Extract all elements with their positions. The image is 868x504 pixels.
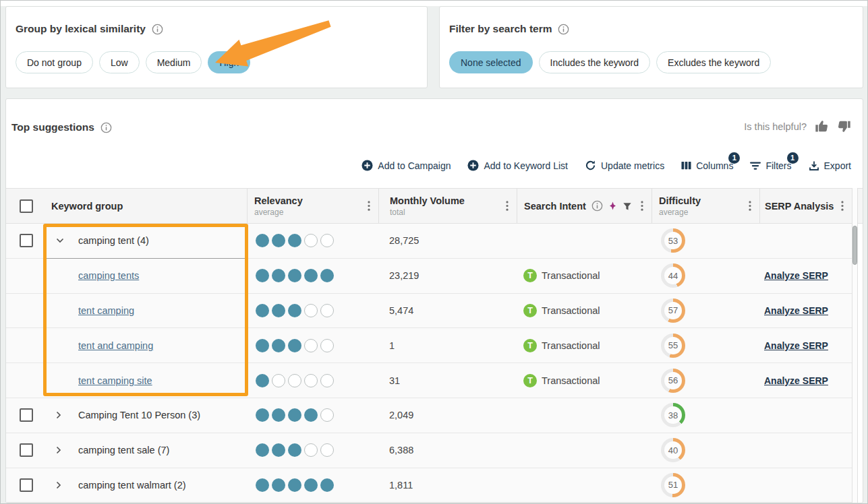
row-checkbox[interactable] xyxy=(20,234,33,247)
plus-circle-icon xyxy=(361,160,373,171)
group-option-pill[interactable]: Do not group xyxy=(16,51,93,73)
update-metrics-button[interactable]: Update metrics xyxy=(585,160,664,171)
intent-label: Transactional xyxy=(542,375,600,386)
column-sublabel: average xyxy=(659,208,701,217)
toolbar-label: Filters xyxy=(765,160,791,171)
header-cell-search-intent: Search Intent xyxy=(517,189,652,223)
group-option-pill[interactable]: Low xyxy=(99,51,140,73)
table-row: Camping Tent 10 Person (3)2,04938 xyxy=(6,398,852,433)
filter-option-pill[interactable]: None selected xyxy=(449,51,533,73)
chevron-right-icon[interactable] xyxy=(56,481,61,489)
kebab-menu-icon[interactable] xyxy=(368,201,370,211)
top-strip xyxy=(1,1,867,6)
scrollbar-thumb[interactable] xyxy=(852,226,857,265)
select-all-checkbox[interactable] xyxy=(20,199,33,213)
analyze-serp-link[interactable]: Analyze SERP xyxy=(764,270,828,281)
analyze-serp-link[interactable]: Analyze SERP xyxy=(764,340,828,351)
monthly-volume-value: 28,725 xyxy=(389,235,419,246)
intent-transactional-icon: T xyxy=(523,304,537,317)
chevron-right-icon[interactable] xyxy=(56,411,61,419)
group-option-pill[interactable]: Medium xyxy=(146,51,202,73)
difficulty-gauge: 40 xyxy=(661,438,685,462)
difficulty-gauge: 56 xyxy=(661,369,685,393)
table-row: tent camping site31TTransactional56Analy… xyxy=(6,363,852,398)
monthly-volume-value: 23,219 xyxy=(389,270,419,281)
relevancy-dots xyxy=(256,408,337,422)
table-row: camping tent sale (7)6,38840 xyxy=(6,433,852,468)
group-option-pill[interactable]: High xyxy=(208,51,250,73)
intent-label: Transactional xyxy=(542,305,600,316)
panel-title-row: Top suggestions xyxy=(11,121,112,133)
chevron-down-icon[interactable] xyxy=(56,238,64,243)
top-suggestions-panel: Top suggestions Is this helpful? Add to … xyxy=(5,98,863,503)
difficulty-gauge: 51 xyxy=(661,473,685,497)
columns-icon xyxy=(681,160,691,170)
monthly-volume-value: 5,474 xyxy=(389,305,413,316)
row-checkbox[interactable] xyxy=(20,478,33,492)
keyword-group-label: camping tent (4) xyxy=(78,235,149,246)
relevancy-dots xyxy=(256,374,337,387)
add-to-keyword-list-button[interactable]: Add to Keyword List xyxy=(467,160,568,171)
keyword-link[interactable]: tent camping xyxy=(78,305,134,316)
header-cell-serp-analysis: SERP Analysis xyxy=(759,189,852,223)
thumbs-down-icon[interactable] xyxy=(837,119,851,133)
table-row: camping tents23,219TTransactional44Analy… xyxy=(6,259,852,294)
row-checkbox[interactable] xyxy=(20,443,33,457)
toolbar-label: Columns xyxy=(696,160,733,171)
keyword-research-page: Group by lexical similarity Do not group… xyxy=(0,0,868,504)
difficulty-value: 51 xyxy=(664,476,682,494)
table-row: camping tent walmart (2)1,81151 xyxy=(6,468,852,503)
keyword-link[interactable]: tent camping site xyxy=(78,375,152,386)
column-label: SERP Analysis xyxy=(765,201,834,212)
refresh-icon xyxy=(585,160,596,171)
keyword-link[interactable]: camping tents xyxy=(78,270,139,281)
header-cell-checkbox xyxy=(6,189,45,223)
kebab-menu-icon[interactable] xyxy=(506,201,509,211)
info-icon[interactable] xyxy=(558,24,569,35)
column-label: Relevancy xyxy=(254,195,303,206)
info-icon[interactable] xyxy=(591,200,603,212)
download-icon xyxy=(809,160,819,171)
monthly-volume-value: 31 xyxy=(389,375,400,386)
table-header: Keyword group Relevancy average Monthly … xyxy=(6,188,863,224)
row-checkbox[interactable] xyxy=(20,408,33,422)
column-sublabel: average xyxy=(254,208,303,217)
monthly-volume-value: 1,811 xyxy=(389,480,413,491)
keyword-group-label: Camping Tent 10 Person (3) xyxy=(78,410,200,420)
difficulty-gauge: 53 xyxy=(661,228,685,253)
header-cell-keyword-group: Keyword group xyxy=(45,189,247,223)
add-to-campaign-button[interactable]: Add to Campaign xyxy=(361,160,451,171)
filter-option-pill[interactable]: Excludes the keyword xyxy=(656,51,771,73)
kebab-menu-icon[interactable] xyxy=(841,201,844,211)
helpful-widget: Is this helpful? xyxy=(744,119,851,133)
column-label: Monthly Volume xyxy=(390,195,465,206)
thumbs-up-icon[interactable] xyxy=(815,119,829,133)
toolbar-label: Add to Campaign xyxy=(378,160,451,171)
intent-label: Transactional xyxy=(542,270,600,281)
info-icon[interactable] xyxy=(152,24,163,35)
analyze-serp-link[interactable]: Analyze SERP xyxy=(764,375,828,386)
keyword-link[interactable]: tent and camping xyxy=(78,340,153,351)
kebab-menu-icon[interactable] xyxy=(749,201,751,211)
chevron-right-icon[interactable] xyxy=(56,446,61,454)
intent-transactional-icon: T xyxy=(523,374,537,387)
column-label: Keyword group xyxy=(51,201,123,212)
export-button[interactable]: Export xyxy=(809,160,851,171)
filter-funnel-icon[interactable] xyxy=(623,201,632,211)
difficulty-value: 40 xyxy=(664,441,682,459)
kebab-menu-icon[interactable] xyxy=(641,201,643,211)
header-cell-relevancy: Relevancy average xyxy=(247,189,378,223)
panel-title-row: Group by lexical similarity xyxy=(16,23,163,35)
monthly-volume-value: 1 xyxy=(389,340,395,351)
filter-lines-icon xyxy=(750,160,761,171)
filters-button[interactable]: Filters1 xyxy=(750,160,791,171)
columns-button[interactable]: Columns1 xyxy=(681,160,733,171)
difficulty-value: 38 xyxy=(664,406,682,424)
filter-option-pill[interactable]: Includes the keyword xyxy=(539,51,651,73)
monthly-volume-value: 2,049 xyxy=(389,410,413,420)
analyze-serp-link[interactable]: Analyze SERP xyxy=(764,305,828,316)
difficulty-gauge: 38 xyxy=(661,403,685,427)
info-icon[interactable] xyxy=(100,122,112,133)
relevancy-dots xyxy=(256,339,337,352)
keyword-group-label: camping tent walmart (2) xyxy=(78,480,186,491)
